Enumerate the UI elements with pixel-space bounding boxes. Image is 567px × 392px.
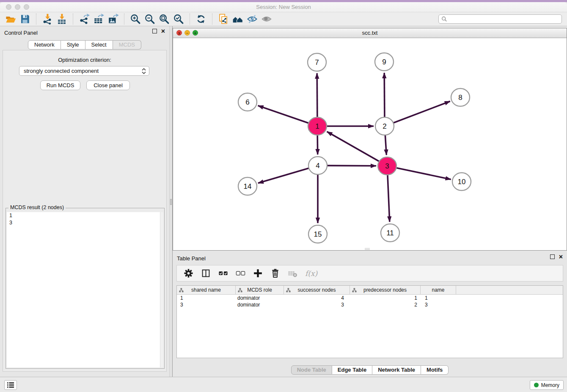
criterion-dropdown[interactable]: strongly connected component — [19, 66, 149, 76]
toolbar-separator — [124, 14, 124, 25]
tab-mcds[interactable]: MCDS — [113, 40, 141, 50]
function-builder-button[interactable]: f(x) — [305, 269, 317, 278]
show-all-button[interactable] — [259, 13, 274, 25]
import-network-button[interactable] — [40, 13, 55, 25]
graph-edge-3-11[interactable] — [388, 175, 390, 222]
graph-node-2[interactable]: 2 — [375, 117, 394, 135]
close-panel-button[interactable]: Close panel — [86, 80, 130, 90]
graph-edge-3-10[interactable] — [396, 168, 451, 179]
task-history-button[interactable] — [4, 380, 17, 390]
column-header-label: predecessor nodes — [363, 287, 407, 293]
graph-edge-2-8[interactable] — [394, 101, 450, 123]
cell-shared-name[interactable]: 3 — [177, 301, 236, 308]
search-input[interactable] — [449, 16, 561, 22]
export-network-button[interactable] — [77, 13, 91, 25]
result-scrollbar[interactable] — [160, 212, 163, 367]
network-window-titlebar[interactable]: x – + scc.txt — [173, 28, 567, 38]
cell-predecessor-nodes[interactable]: 1 — [350, 295, 421, 301]
cell-name[interactable]: 3 — [421, 301, 456, 308]
table-panel-title: Table Panel — [177, 255, 206, 262]
graph-edge-4-3[interactable] — [327, 166, 376, 166]
column-settings-button[interactable] — [183, 268, 194, 279]
graph-node-8[interactable]: 8 — [451, 88, 470, 106]
network-canvas[interactable]: 7968124314101511 — [173, 38, 567, 250]
export-image-button[interactable] — [106, 13, 120, 25]
table-row[interactable]: 3dominator323 — [177, 301, 563, 308]
graph-edge-1-4[interactable] — [317, 135, 318, 155]
hide-selected-button[interactable] — [245, 13, 259, 25]
tab-network-table[interactable]: Network Table — [372, 365, 421, 375]
import-table-button[interactable] — [55, 13, 69, 25]
open-session-button[interactable] — [3, 13, 18, 25]
graph-edge-1-7[interactable] — [317, 73, 317, 117]
mcds-result-text[interactable]: 13 — [7, 212, 163, 367]
refresh-button[interactable] — [194, 13, 208, 25]
zoom-selected-icon — [173, 14, 184, 25]
run-mcds-button[interactable]: Run MCDS — [40, 80, 80, 90]
column-header-name[interactable]: name — [421, 286, 456, 294]
cell-shared-name[interactable]: 1 — [177, 295, 236, 301]
tab-edge-table[interactable]: Edge Table — [332, 365, 372, 375]
graph-edge-3-1[interactable] — [327, 132, 379, 161]
column-header-MCDS-role[interactable]: MCDS role — [236, 286, 284, 294]
zoom-fit-button[interactable] — [157, 13, 171, 25]
home-button[interactable] — [231, 13, 245, 25]
close-table-panel-icon[interactable]: × — [559, 254, 563, 259]
cell-successor-nodes[interactable]: 3 — [284, 301, 350, 308]
tab-network[interactable]: Network — [28, 40, 61, 50]
cell-predecessor-nodes[interactable]: 2 — [350, 301, 421, 308]
splitter-grip[interactable] — [170, 199, 172, 205]
network-resize-grip[interactable] — [365, 248, 370, 250]
graph-node-10[interactable]: 10 — [452, 173, 471, 190]
column-settings-icon — [184, 268, 193, 278]
table-row[interactable]: 1dominator411 — [177, 295, 563, 301]
graph-node-14[interactable]: 14 — [238, 177, 257, 195]
tab-node-table[interactable]: Node Table — [291, 365, 332, 375]
select-all-check-button[interactable] — [217, 268, 228, 279]
cell-name[interactable]: 1 — [421, 295, 456, 301]
zoom-in-icon — [130, 14, 141, 25]
close-panel-icon[interactable]: × — [161, 29, 165, 33]
add-row-button[interactable] — [252, 268, 263, 279]
delete-row-button[interactable] — [270, 268, 281, 279]
svg-text:15: 15 — [314, 230, 322, 238]
vertical-splitter[interactable] — [169, 26, 173, 377]
graph-edge-2-3[interactable] — [385, 135, 386, 155]
tab-style[interactable]: Style — [61, 40, 85, 50]
export-table-button[interactable] — [91, 13, 106, 25]
graph-node-15[interactable]: 15 — [308, 225, 327, 243]
cell-MCDS-role[interactable]: dominator — [236, 301, 284, 308]
graph-node-4[interactable]: 4 — [308, 157, 327, 174]
graph-node-7[interactable]: 7 — [308, 53, 326, 71]
float-panel-icon[interactable] — [152, 29, 157, 33]
tab-motifs[interactable]: Motifs — [421, 365, 449, 375]
memory-button[interactable]: Memory — [530, 380, 564, 390]
zoom-out-button[interactable] — [143, 13, 157, 25]
control-panel-title: Control Panel — [4, 30, 38, 36]
save-session-button[interactable] — [18, 13, 32, 25]
svg-text:2: 2 — [383, 122, 386, 130]
zoom-out-icon — [144, 14, 155, 25]
toggle-panes-button[interactable] — [200, 268, 211, 279]
column-header-successor-nodes[interactable]: successor nodes — [284, 286, 350, 294]
hide-selected-icon — [247, 14, 258, 25]
column-header-predecessor-nodes[interactable]: predecessor nodes — [350, 286, 421, 294]
graph-node-3[interactable]: 3 — [378, 157, 396, 175]
zoom-in-button[interactable] — [128, 13, 143, 25]
column-header-shared-name[interactable]: shared name — [177, 286, 236, 294]
float-table-panel-icon[interactable] — [550, 254, 555, 259]
graph-node-11[interactable]: 11 — [381, 224, 399, 242]
tab-select[interactable]: Select — [85, 40, 113, 50]
graph-node-1[interactable]: 1 — [308, 117, 327, 135]
graph-edge-1-6[interactable] — [258, 106, 309, 123]
graph-edge-2-9[interactable] — [384, 73, 385, 117]
zoom-selected-button[interactable] — [171, 13, 186, 25]
graph-node-6[interactable]: 6 — [238, 93, 257, 111]
cell-MCDS-role[interactable]: dominator — [236, 295, 284, 301]
cell-successor-nodes[interactable]: 4 — [284, 295, 350, 301]
clone-network-button[interactable] — [216, 13, 231, 25]
graph-edge-4-14[interactable] — [258, 168, 309, 183]
graph-node-9[interactable]: 9 — [375, 53, 394, 71]
search-field[interactable] — [438, 14, 562, 24]
deselect-all-check-button[interactable] — [235, 268, 246, 279]
